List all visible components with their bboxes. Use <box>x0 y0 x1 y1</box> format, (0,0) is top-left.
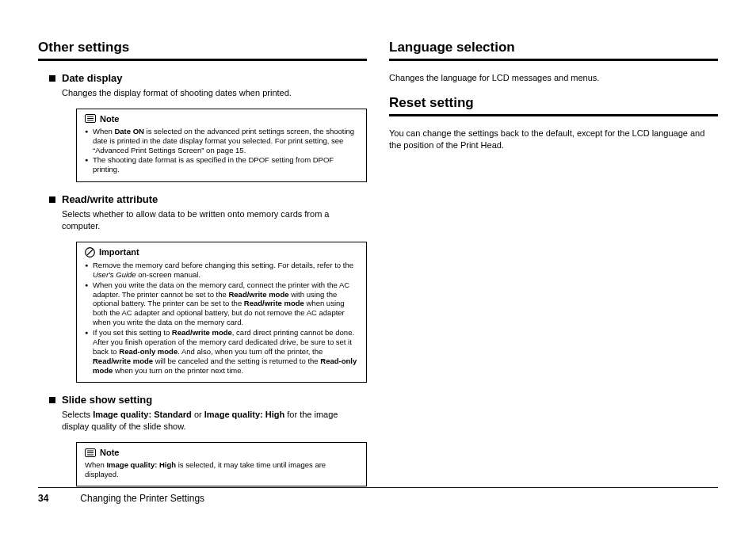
note-icon <box>85 448 96 457</box>
rw-important-box: Important Remove the memory card before … <box>76 242 367 383</box>
page-footer: 34Changing the Printer Settings <box>38 487 718 504</box>
note-item: When Date ON is selected on the advanced… <box>85 127 358 155</box>
other-settings-heading: Other settings <box>38 40 367 55</box>
slide-note-box: Note When Image quality: High is selecte… <box>76 442 367 486</box>
important-item: When you write the data on the memory ca… <box>85 280 358 327</box>
note-label: Note <box>100 114 119 124</box>
slide-heading-row: Slide show setting <box>49 394 367 406</box>
rw-heading-row: Read/write attribute <box>49 193 367 205</box>
important-item: If you set this setting to Read/write mo… <box>85 328 358 375</box>
right-column: Language selection Changes the language … <box>389 40 718 498</box>
date-display-heading: Date display <box>62 72 123 84</box>
important-icon <box>85 247 95 257</box>
rw-heading: Read/write attribute <box>62 193 158 205</box>
date-display-heading-row: Date display <box>49 72 367 84</box>
divider <box>389 59 718 61</box>
date-display-desc: Changes the display format of shooting d… <box>62 87 367 99</box>
chapter-title: Changing the Printer Settings <box>80 493 204 504</box>
divider <box>389 114 718 116</box>
important-label: Important <box>99 247 139 257</box>
divider <box>38 59 367 61</box>
important-item: Remove the memory card before changing t… <box>85 261 358 280</box>
reset-setting-heading: Reset setting <box>389 95 718 111</box>
language-selection-heading: Language selection <box>389 40 718 55</box>
svg-line-5 <box>87 250 93 255</box>
square-bullet-icon <box>49 75 55 82</box>
note-item: When Image quality: High is selected, it… <box>85 460 358 479</box>
reset-setting-desc: You can change the settings back to the … <box>389 128 718 151</box>
date-note-box: Note When Date ON is selected on the adv… <box>76 109 367 182</box>
note-label: Note <box>100 448 119 457</box>
left-column: Other settings Date display Changes the … <box>38 40 367 498</box>
note-item: The shooting date format is as specified… <box>85 155 358 174</box>
rw-desc: Selects whether to allow data to be writ… <box>62 208 367 232</box>
square-bullet-icon <box>49 397 55 403</box>
slide-heading: Slide show setting <box>62 394 152 406</box>
language-selection-desc: Changes the language for LCD messages an… <box>389 72 718 84</box>
square-bullet-icon <box>49 196 55 203</box>
page-number: 34 <box>38 493 48 504</box>
note-icon <box>85 114 96 123</box>
slide-desc: Selects Image quality: Standard or Image… <box>62 409 367 433</box>
